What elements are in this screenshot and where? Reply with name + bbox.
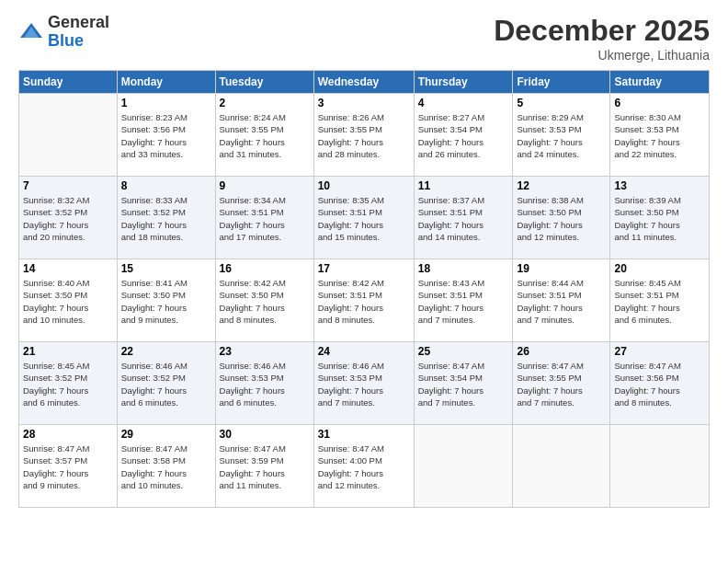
day-number: 16 [220,262,310,275]
day-number: 17 [318,262,410,275]
day-number: 12 [517,179,606,192]
day-info: Sunrise: 8:47 AMSunset: 3:55 PMDaylight:… [517,360,606,408]
calendar-cell [19,94,118,177]
calendar-cell: 3Sunrise: 8:26 AMSunset: 3:55 PMDaylight… [313,94,414,177]
day-number: 15 [121,262,211,275]
day-info: Sunrise: 8:23 AMSunset: 3:56 PMDaylight:… [121,111,211,160]
calendar-table: Sunday Monday Tuesday Wednesday Thursday… [18,70,710,508]
day-info: Sunrise: 8:46 AMSunset: 3:53 PMDaylight:… [318,360,410,408]
day-info: Sunrise: 8:44 AMSunset: 3:51 PMDaylight:… [517,277,606,326]
day-number: 7 [23,179,113,192]
calendar-cell: 1Sunrise: 8:23 AMSunset: 3:56 PMDaylight… [117,94,215,177]
calendar-cell: 4Sunrise: 8:27 AMSunset: 3:54 PMDaylight… [414,94,513,177]
day-number: 26 [517,345,606,358]
calendar-cell: 27Sunrise: 8:47 AMSunset: 3:56 PMDayligh… [610,342,710,425]
logo-blue: Blue [48,32,109,51]
calendar-cell: 6Sunrise: 8:30 AMSunset: 3:53 PMDaylight… [610,94,710,177]
day-info: Sunrise: 8:42 AMSunset: 3:50 PMDaylight:… [220,277,310,326]
header-wednesday: Wednesday [313,71,414,94]
day-number: 9 [220,179,310,192]
calendar-header: Sunday Monday Tuesday Wednesday Thursday… [19,71,710,94]
day-info: Sunrise: 8:24 AMSunset: 3:55 PMDaylight:… [220,111,310,160]
day-info: Sunrise: 8:40 AMSunset: 3:50 PMDaylight:… [23,277,113,326]
day-info: Sunrise: 8:38 AMSunset: 3:50 PMDaylight:… [517,194,606,243]
day-number: 10 [318,179,410,192]
day-info: Sunrise: 8:39 AMSunset: 3:50 PMDaylight:… [614,194,705,243]
day-info: Sunrise: 8:47 AMSunset: 3:58 PMDaylight:… [121,442,211,491]
calendar-cell: 15Sunrise: 8:41 AMSunset: 3:50 PMDayligh… [117,259,215,342]
logo-general: General [48,14,109,32]
day-number: 18 [418,262,509,275]
header-row: Sunday Monday Tuesday Wednesday Thursday… [19,71,710,94]
calendar-cell: 25Sunrise: 8:47 AMSunset: 3:54 PMDayligh… [414,342,513,425]
day-info: Sunrise: 8:45 AMSunset: 3:51 PMDaylight:… [614,277,705,326]
day-number: 5 [517,97,606,109]
day-number: 30 [220,428,310,441]
day-info: Sunrise: 8:47 AMSunset: 3:57 PMDaylight:… [23,442,113,491]
day-info: Sunrise: 8:33 AMSunset: 3:52 PMDaylight:… [121,194,211,243]
day-info: Sunrise: 8:32 AMSunset: 3:52 PMDaylight:… [23,194,113,243]
header-sunday: Sunday [19,71,118,94]
calendar-cell: 29Sunrise: 8:47 AMSunset: 3:58 PMDayligh… [117,425,215,508]
day-info: Sunrise: 8:41 AMSunset: 3:50 PMDaylight:… [121,277,211,326]
logo: General Blue [18,14,109,51]
day-number: 20 [614,262,705,275]
calendar-cell [513,425,610,508]
day-number: 19 [517,262,606,275]
day-info: Sunrise: 8:47 AMSunset: 3:56 PMDaylight:… [614,360,705,408]
day-info: Sunrise: 8:46 AMSunset: 3:53 PMDaylight:… [220,360,310,408]
day-number: 8 [121,179,211,192]
day-number: 23 [220,345,310,358]
day-number: 3 [318,97,410,109]
logo-text: General Blue [48,14,109,51]
day-info: Sunrise: 8:45 AMSunset: 3:52 PMDaylight:… [23,360,113,408]
calendar-cell: 5Sunrise: 8:29 AMSunset: 3:53 PMDaylight… [513,94,610,177]
day-number: 1 [121,97,211,109]
calendar-cell: 26Sunrise: 8:47 AMSunset: 3:55 PMDayligh… [513,342,610,425]
day-info: Sunrise: 8:47 AMSunset: 4:00 PMDaylight:… [318,442,410,491]
calendar-cell: 7Sunrise: 8:32 AMSunset: 3:52 PMDaylight… [19,177,118,259]
calendar-cell: 24Sunrise: 8:46 AMSunset: 3:53 PMDayligh… [313,342,414,425]
calendar-cell: 22Sunrise: 8:46 AMSunset: 3:52 PMDayligh… [117,342,215,425]
day-info: Sunrise: 8:26 AMSunset: 3:55 PMDaylight:… [318,111,410,160]
header-saturday: Saturday [610,71,710,94]
calendar-cell: 10Sunrise: 8:35 AMSunset: 3:51 PMDayligh… [313,177,414,259]
day-info: Sunrise: 8:47 AMSunset: 3:59 PMDaylight:… [220,442,310,491]
day-info: Sunrise: 8:30 AMSunset: 3:53 PMDaylight:… [614,111,705,160]
day-number: 29 [121,428,211,441]
day-info: Sunrise: 8:42 AMSunset: 3:51 PMDaylight:… [318,277,410,326]
day-info: Sunrise: 8:37 AMSunset: 3:51 PMDaylight:… [418,194,509,243]
logo-icon [18,19,44,45]
day-info: Sunrise: 8:27 AMSunset: 3:54 PMDaylight:… [418,111,509,160]
calendar-cell: 30Sunrise: 8:47 AMSunset: 3:59 PMDayligh… [215,425,313,508]
header-thursday: Thursday [414,71,513,94]
day-number: 24 [318,345,410,358]
day-number: 22 [121,345,211,358]
calendar-cell: 18Sunrise: 8:43 AMSunset: 3:51 PMDayligh… [414,259,513,342]
calendar-cell: 16Sunrise: 8:42 AMSunset: 3:50 PMDayligh… [215,259,313,342]
day-number: 13 [614,179,705,192]
calendar-cell: 17Sunrise: 8:42 AMSunset: 3:51 PMDayligh… [313,259,414,342]
day-number: 21 [23,345,113,358]
day-info: Sunrise: 8:43 AMSunset: 3:51 PMDaylight:… [418,277,509,326]
header-monday: Monday [117,71,215,94]
day-number: 14 [23,262,113,275]
calendar-cell: 19Sunrise: 8:44 AMSunset: 3:51 PMDayligh… [513,259,610,342]
day-info: Sunrise: 8:47 AMSunset: 3:54 PMDaylight:… [418,360,509,408]
month-title: December 2025 [494,14,710,48]
day-info: Sunrise: 8:29 AMSunset: 3:53 PMDaylight:… [517,111,606,160]
calendar-cell: 20Sunrise: 8:45 AMSunset: 3:51 PMDayligh… [610,259,710,342]
day-number: 25 [418,345,509,358]
day-number: 11 [418,179,509,192]
calendar-cell: 31Sunrise: 8:47 AMSunset: 4:00 PMDayligh… [313,425,414,508]
calendar-cell: 2Sunrise: 8:24 AMSunset: 3:55 PMDaylight… [215,94,313,177]
calendar-body: 1Sunrise: 8:23 AMSunset: 3:56 PMDaylight… [19,94,710,508]
header-tuesday: Tuesday [215,71,313,94]
calendar-week-1: 1Sunrise: 8:23 AMSunset: 3:56 PMDaylight… [19,94,710,177]
day-number: 28 [23,428,113,441]
calendar-week-4: 21Sunrise: 8:45 AMSunset: 3:52 PMDayligh… [19,342,710,425]
day-number: 27 [614,345,705,358]
calendar-cell: 14Sunrise: 8:40 AMSunset: 3:50 PMDayligh… [19,259,118,342]
day-info: Sunrise: 8:46 AMSunset: 3:52 PMDaylight:… [121,360,211,408]
day-number: 6 [614,97,705,109]
